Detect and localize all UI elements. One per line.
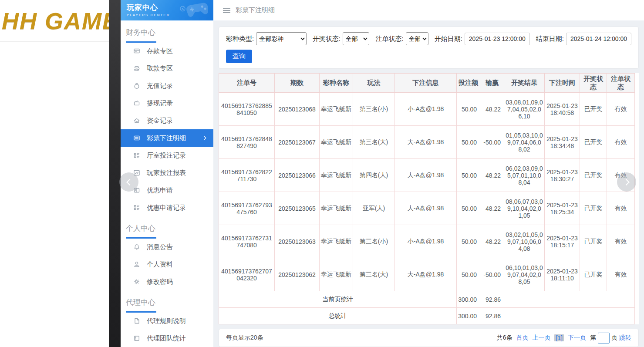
sidebar-header: 玩家中心 PLAYERS CENTER xyxy=(121,0,213,20)
bet-table-card: 注单号 期数 彩种名称 玩法 下注信息 投注额 输赢 开奖结果 下注时间 开奖状… xyxy=(219,73,639,324)
table-cell: 06,10,01,03,09,07,04,02,08,05 xyxy=(504,258,545,291)
sidebar-item-label: 优惠申请 xyxy=(147,186,173,195)
sidebar-item-personal-profile[interactable]: 个人资料 xyxy=(121,256,213,273)
end-date-input[interactable] xyxy=(566,33,631,45)
table-cell: 401569173762822711730 xyxy=(219,159,275,192)
section-title-text: 个人中心 xyxy=(126,224,155,232)
table-cell: 50.00 xyxy=(457,258,480,291)
table-cell: 小-A盘@1.98 xyxy=(395,225,457,258)
grand-summary-bet: 300.00 xyxy=(457,308,480,324)
lottery-type-select[interactable]: 全部彩种 xyxy=(256,32,306,45)
draw-status-label: 开奖状态: xyxy=(313,35,341,43)
sidebar-item-label: 消息公告 xyxy=(147,243,173,251)
jump-suffix-label: 页 xyxy=(611,334,617,342)
column-header: 下注信息 xyxy=(395,74,457,93)
table-cell: 401569173762885841050 xyxy=(219,93,275,126)
grand-summary-label: 总统计 xyxy=(219,308,457,324)
first-page-link[interactable]: 首页 xyxy=(516,334,528,342)
prev-page-link[interactable]: 上一页 xyxy=(532,334,550,342)
table-cell: 20250123063 xyxy=(275,225,320,258)
logo-panel: HH GAME xyxy=(0,0,109,347)
table-cell: 已开奖 xyxy=(580,93,607,126)
wallet-icon xyxy=(133,100,140,107)
table-cell: 2025-01-23 18:15:17 xyxy=(545,225,580,258)
search-button[interactable]: 查询 xyxy=(226,50,252,63)
table-row: 40156917376282271173020250123066幸运飞艇新第四名… xyxy=(219,159,635,192)
sidebar-item-message-announcements[interactable]: 消息公告 xyxy=(121,238,213,256)
sidebar-item-withdraw-records[interactable]: 提现记录 xyxy=(121,94,213,112)
table-cell: 50.00 xyxy=(457,225,480,258)
table-cell: 401569173762793475760 xyxy=(219,192,275,225)
table-cell: 大-A盘@1.98 xyxy=(395,126,457,159)
logo-box: HH GAME xyxy=(0,0,109,42)
table-row: 40156917376273174708020250123063幸运飞艇新第三名… xyxy=(219,225,635,258)
table-cell: 第三名(大) xyxy=(353,258,395,291)
hamburger-menu-icon[interactable] xyxy=(223,8,230,13)
sidebar-item-recharge-records[interactable]: 充值记录 xyxy=(121,77,213,94)
start-date-input[interactable] xyxy=(465,33,530,45)
brand-logo: HH GAME xyxy=(0,7,109,34)
table-cell: 大-A盘@1.98 xyxy=(395,192,457,225)
table-header-row: 注单号 期数 彩种名称 玩法 下注信息 投注额 输赢 开奖结果 下注时间 开奖状… xyxy=(219,74,635,93)
column-header: 开奖状态 xyxy=(580,74,607,93)
jump-button[interactable]: 跳转 xyxy=(619,334,631,342)
expand-right-button[interactable] xyxy=(617,172,636,192)
main-area: 彩票下注明细 彩种类型: 全部彩种 开奖状态: 全部 注单状态: 全部 开始日期… xyxy=(213,0,644,347)
sidebar-item-deposit-zone[interactable]: 存款专区 xyxy=(121,42,213,60)
sidebar-item-agent-team-stats[interactable]: 代理团队统计 xyxy=(121,330,213,347)
table-cell: 第三名(小) xyxy=(353,225,395,258)
table-cell: 20250123062 xyxy=(275,258,320,291)
grand-summary-winloss: 92.86 xyxy=(480,308,504,324)
column-header: 输赢 xyxy=(480,74,504,93)
filter-panel: 彩种类型: 全部彩种 开奖状态: 全部 注单状态: 全部 开始日期: 结束日期:… xyxy=(219,27,639,69)
sidebar-item-withdraw-zone[interactable]: 取款专区 xyxy=(121,60,213,77)
money-bag-icon xyxy=(133,82,140,89)
records-list-icon xyxy=(133,152,140,159)
current-page-indicator[interactable]: [1] xyxy=(554,334,564,341)
table-cell: 有效 xyxy=(607,93,635,126)
table-cell: 20250123065 xyxy=(275,192,320,225)
sidebar-item-lottery-bet-details[interactable]: 彩票下注明细 xyxy=(121,129,213,147)
sidebar-item-agent-rules[interactable]: 代理规则说明 xyxy=(121,312,213,330)
sidebar-item-funds-records[interactable]: 资金记录 xyxy=(121,112,213,129)
sidebar-item-hall-bet-records[interactable]: 厅室投注记录 xyxy=(121,147,213,164)
sidebar-item-promo-apply-records[interactable]: 优惠申请记录 xyxy=(121,199,213,216)
sidebar-section-title: 财务中心 xyxy=(121,20,210,42)
sidebar-item-label: 存款专区 xyxy=(147,47,173,55)
table-cell: 已开奖 xyxy=(580,225,607,258)
chevron-right-icon xyxy=(623,179,630,185)
bank-card-icon xyxy=(133,47,140,54)
column-header: 玩法 xyxy=(353,74,395,93)
hand-coin-icon xyxy=(133,65,140,72)
chevron-left-icon xyxy=(126,179,133,185)
collapse-left-button[interactable] xyxy=(119,172,138,192)
table-cell: 401569173762848827490 xyxy=(219,126,275,159)
jump-page-input[interactable] xyxy=(598,333,610,344)
table-cell: 已开奖 xyxy=(580,159,607,192)
records-list-icon xyxy=(133,204,140,211)
table-cell: 48.22 xyxy=(480,159,504,192)
table-cell: 401569173762707042320 xyxy=(219,258,275,291)
bet-status-select[interactable]: 全部 xyxy=(406,32,428,45)
table-cell: 01,05,03,10,09,07,04,06,08,02 xyxy=(504,126,545,159)
table-cell: 20250123068 xyxy=(275,93,320,126)
total-count-label: 共6条 xyxy=(497,334,513,342)
table-cell: 2025-01-23 18:34:48 xyxy=(545,126,580,159)
table-cell: 大-A盘@1.98 xyxy=(395,258,457,291)
sidebar-item-label: 玩家投注报表 xyxy=(147,169,186,177)
table-cell: 大-A盘@1.98 xyxy=(395,159,457,192)
table-cell: 第四名(大) xyxy=(353,159,395,192)
table-cell: 50.00 xyxy=(457,192,480,225)
start-date-label: 开始日期: xyxy=(435,35,462,43)
table-cell: 幸运飞艇新 xyxy=(320,159,353,192)
lottery-type-label: 彩种类型: xyxy=(226,35,254,43)
dark-divider-strip xyxy=(109,0,121,347)
column-header: 注单号 xyxy=(219,74,275,93)
sidebar-item-change-password[interactable]: 修改密码 xyxy=(121,273,213,290)
sidebar-item-label: 修改密码 xyxy=(147,278,173,286)
table-cell: 2025-01-23 18:30:27 xyxy=(545,159,580,192)
next-page-link[interactable]: 下一页 xyxy=(568,334,586,342)
draw-status-select[interactable]: 全部 xyxy=(343,32,370,45)
sidebar-item-label: 充值记录 xyxy=(147,82,173,90)
table-cell: 2025-01-23 18:40:58 xyxy=(545,93,580,126)
